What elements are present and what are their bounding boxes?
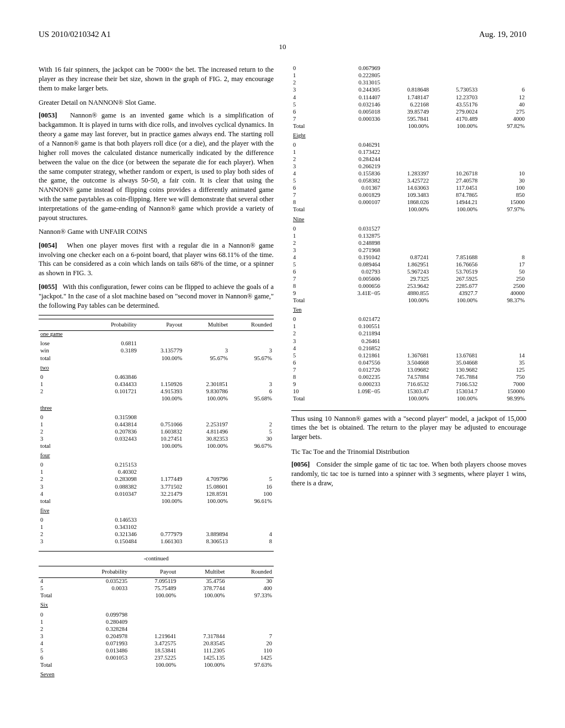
- para-num-0055: [0055]: [39, 283, 57, 291]
- paragraph-0056: [0056] Consider the simple game of tic t…: [291, 460, 526, 488]
- paytable-one-to-five: ProbabilityPayoutMultibetRoundedone game…: [39, 319, 274, 545]
- heading-unfair-coins: Nannon® Game with UNFAIR COINS: [39, 227, 274, 237]
- paragraph-0056-text: Consider the simple game of tic tac toe.…: [291, 461, 526, 487]
- paragraph-0054: [0054] When one player moves first with …: [39, 241, 274, 279]
- paragraph-jackpot: With 16 fair spinners, the jackpot can b…: [39, 65, 274, 93]
- paragraph-0054-text: When one player moves first with a regul…: [39, 242, 274, 277]
- paragraph-0055: [0055] With this configuration, fewer co…: [39, 282, 274, 311]
- para-num-0056: [0056]: [291, 461, 310, 468]
- publication-date: Aug. 19, 2010: [479, 29, 526, 40]
- paragraph-conclusion: Thus using 10 Nannon® games with a "seco…: [291, 414, 526, 442]
- paragraph-0053-text: Nannon® game is an invented game which i…: [39, 111, 274, 222]
- publication-number: US 2010/0210342 A1: [39, 29, 111, 40]
- heading-nannon-detail: Greater Detail on NANNON® Slot Game.: [39, 98, 274, 108]
- page-number: 10: [39, 42, 526, 52]
- table-continued-label: -continued: [39, 555, 274, 563]
- heading-tictactoe: Tic Tac Toe and the Trinomial Distributi…: [291, 447, 526, 457]
- paragraph-0055-text: With this configuration, fewer coins can…: [39, 283, 274, 309]
- para-num-0054: [0054]: [39, 242, 57, 249]
- paragraph-0053: [0053] Nannon® game is an invented game …: [39, 111, 274, 223]
- para-num-0053: [0053]: [39, 111, 57, 119]
